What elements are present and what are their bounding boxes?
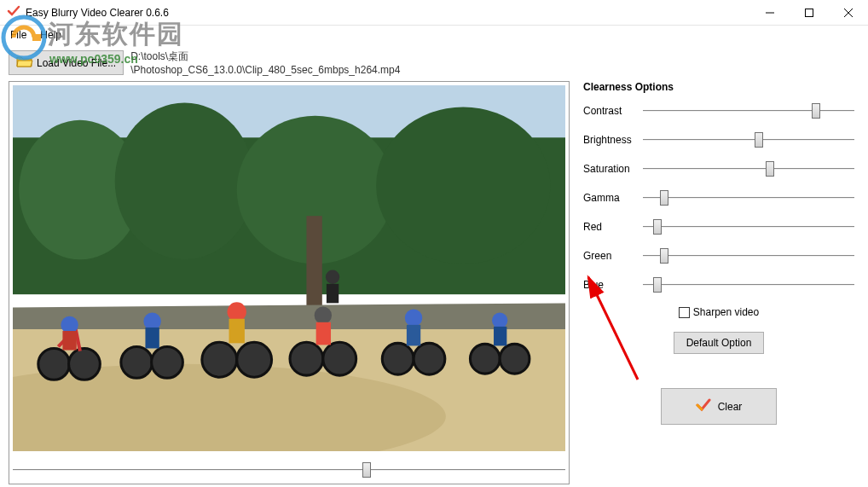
svg-point-36 bbox=[500, 344, 529, 374]
slider-blue: Blue bbox=[583, 277, 854, 293]
svg-point-24 bbox=[237, 342, 272, 377]
slider-track-brightness[interactable] bbox=[643, 132, 854, 148]
load-video-label: Load Video File... bbox=[37, 57, 116, 69]
slider-label-blue: Blue bbox=[583, 279, 643, 291]
svg-rect-30 bbox=[316, 322, 331, 345]
checkmark-icon bbox=[696, 397, 711, 415]
slider-track-blue[interactable] bbox=[643, 277, 854, 293]
timeline-track bbox=[13, 469, 565, 471]
sharpen-checkbox[interactable] bbox=[679, 307, 690, 318]
svg-rect-14 bbox=[327, 284, 339, 303]
slider-track-saturation[interactable] bbox=[643, 161, 854, 177]
slider-label-brightness: Brightness bbox=[583, 134, 643, 146]
svg-rect-26 bbox=[229, 319, 245, 344]
minimize-button[interactable] bbox=[750, 0, 790, 26]
svg-point-27 bbox=[290, 342, 323, 375]
svg-rect-1 bbox=[806, 9, 813, 16]
slider-label-red: Red bbox=[583, 221, 643, 233]
sharpen-checkbox-label[interactable]: Sharpen video bbox=[679, 306, 759, 318]
sharpen-row: Sharpen video bbox=[583, 306, 854, 318]
slider-label-saturation: Saturation bbox=[583, 163, 643, 175]
video-panel bbox=[9, 81, 570, 484]
svg-point-37 bbox=[492, 313, 507, 328]
slider-label-gamma: Gamma bbox=[583, 192, 643, 204]
slider-label-green: Green bbox=[583, 250, 643, 262]
menubar: File Help bbox=[0, 26, 868, 44]
svg-point-25 bbox=[227, 302, 246, 321]
slider-gamma: Gamma bbox=[583, 190, 854, 206]
slider-thumb-gamma[interactable] bbox=[660, 190, 668, 206]
path-line2: \Photoshop_CS6_13.0.0\Clip_480_5sec_6mbp… bbox=[130, 64, 400, 76]
svg-point-32 bbox=[414, 343, 445, 374]
menu-help[interactable]: Help bbox=[33, 27, 68, 43]
folder-icon bbox=[16, 55, 33, 71]
svg-point-13 bbox=[326, 270, 339, 284]
default-option-button[interactable]: Default Option bbox=[674, 332, 765, 354]
menu-file[interactable]: File bbox=[3, 27, 33, 43]
svg-point-9 bbox=[376, 107, 550, 264]
slider-red: Red bbox=[583, 219, 854, 235]
maximize-button[interactable] bbox=[790, 0, 829, 26]
video-path: D:\tools\桌面 \Photoshop_CS6_13.0.0\Clip_4… bbox=[130, 49, 400, 76]
svg-rect-38 bbox=[494, 327, 506, 345]
slider-thumb-red[interactable] bbox=[653, 219, 662, 235]
slider-track-gamma[interactable] bbox=[643, 190, 854, 206]
timeline-slider[interactable] bbox=[13, 460, 565, 480]
svg-point-31 bbox=[382, 343, 414, 374]
slider-saturation: Saturation bbox=[583, 161, 854, 177]
video-frame bbox=[13, 85, 565, 451]
titlebar: Easy Blurry Video Clearer 0.6.6 bbox=[0, 0, 868, 26]
svg-point-33 bbox=[405, 310, 422, 327]
close-button[interactable] bbox=[829, 0, 868, 26]
slider-brightness: Brightness bbox=[583, 132, 854, 148]
svg-rect-10 bbox=[306, 216, 321, 311]
load-video-button[interactable]: Load Video File... bbox=[9, 50, 124, 75]
slider-thumb-blue[interactable] bbox=[653, 277, 662, 293]
slider-thumb-green[interactable] bbox=[660, 248, 668, 264]
toolbar: Load Video File... D:\tools\桌面 \Photosho… bbox=[0, 44, 868, 81]
clear-button[interactable]: Clear bbox=[661, 388, 778, 425]
window-controls bbox=[750, 0, 868, 26]
sharpen-text: Sharpen video bbox=[693, 306, 759, 318]
video-preview bbox=[13, 85, 565, 451]
options-title: Clearness Options bbox=[583, 81, 854, 93]
slider-thumb-brightness[interactable] bbox=[755, 132, 763, 148]
slider-thumb-saturation[interactable] bbox=[766, 161, 774, 177]
path-line1: D:\tools\桌面 bbox=[130, 49, 400, 64]
clear-label: Clear bbox=[718, 401, 743, 413]
svg-point-16 bbox=[69, 348, 101, 380]
svg-point-29 bbox=[315, 306, 332, 323]
svg-rect-34 bbox=[407, 325, 420, 346]
slider-contrast: Contrast bbox=[583, 103, 854, 119]
svg-point-20 bbox=[152, 346, 183, 378]
svg-point-7 bbox=[115, 102, 254, 259]
timeline-thumb[interactable] bbox=[362, 462, 371, 478]
clearness-options-panel: Clearness Options ContrastBrightnessSatu… bbox=[578, 81, 859, 484]
slider-track-green[interactable] bbox=[643, 248, 854, 264]
slider-green: Green bbox=[583, 248, 854, 264]
svg-point-28 bbox=[323, 342, 356, 375]
slider-track-red[interactable] bbox=[643, 219, 854, 235]
slider-thumb-contrast[interactable] bbox=[812, 103, 820, 119]
svg-rect-18 bbox=[62, 331, 76, 350]
svg-point-35 bbox=[470, 344, 500, 374]
svg-rect-22 bbox=[145, 328, 159, 349]
svg-point-23 bbox=[202, 342, 237, 377]
window-title: Easy Blurry Video Clearer 0.6.6 bbox=[26, 7, 750, 19]
svg-point-19 bbox=[121, 346, 153, 378]
slider-track-contrast[interactable] bbox=[643, 103, 854, 119]
svg-point-15 bbox=[38, 348, 70, 380]
slider-label-contrast: Contrast bbox=[583, 105, 643, 117]
app-icon bbox=[7, 4, 20, 20]
main-content: Clearness Options ContrastBrightnessSatu… bbox=[0, 81, 868, 487]
